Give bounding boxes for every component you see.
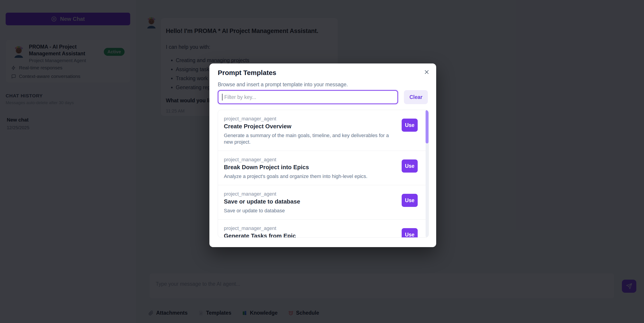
close-button[interactable] (423, 68, 431, 76)
template-title: Create Project Overview (224, 123, 404, 130)
template-description: Analyze a project's goals and organize t… (224, 173, 395, 180)
template-title: Save or update to database (224, 198, 404, 205)
prompt-templates-modal: Prompt Templates Browse and insert a pro… (210, 64, 436, 247)
filter-input-wrap (218, 90, 398, 104)
close-icon (424, 69, 430, 75)
filter-row: Clear (218, 90, 428, 104)
template-description: Save or update to database (224, 207, 395, 214)
use-button[interactable]: Use (402, 159, 418, 173)
filter-input[interactable] (218, 90, 398, 104)
template-item: project_manager_agent Break Down Project… (218, 151, 428, 185)
use-button[interactable]: Use (402, 228, 418, 238)
template-item: project_manager_agent Save or update to … (218, 185, 428, 220)
text-caret (222, 94, 222, 101)
scrollbar-thumb[interactable] (426, 110, 428, 143)
template-key: project_manager_agent (224, 191, 404, 197)
template-key: project_manager_agent (224, 116, 404, 122)
template-description: Generate a summary of the main goals, ti… (224, 132, 395, 145)
clear-button[interactable]: Clear (404, 90, 428, 104)
use-button[interactable]: Use (402, 119, 418, 132)
template-item: project_manager_agent Generate Tasks fro… (218, 220, 428, 238)
template-key: project_manager_agent (224, 225, 404, 231)
template-title: Generate Tasks from Epic (224, 232, 404, 238)
modal-title: Prompt Templates (218, 69, 276, 77)
use-button[interactable]: Use (402, 194, 418, 207)
template-key: project_manager_agent (224, 157, 404, 163)
template-list: project_manager_agent Create Project Ove… (218, 110, 429, 238)
scrollbar-track[interactable] (426, 110, 428, 237)
template-title: Break Down Project into Epics (224, 164, 404, 171)
modal-subtitle: Browse and insert a prompt template into… (218, 82, 348, 88)
template-item: project_manager_agent Create Project Ove… (218, 110, 428, 151)
